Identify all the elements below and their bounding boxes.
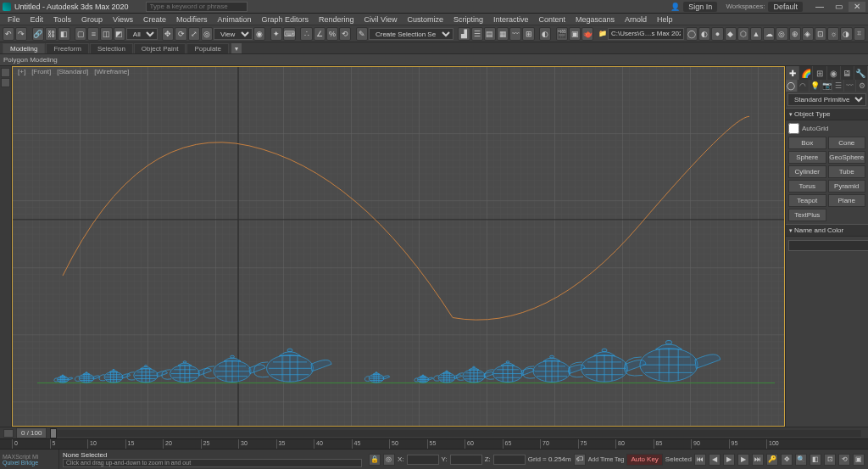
ribbon-tab-object-paint[interactable]: Object Paint [134,43,186,53]
menu-modifiers[interactable]: Modifiers [172,15,212,24]
motion-tab[interactable]: ◉ [827,66,841,80]
lights-subtab[interactable]: 💡 [810,80,821,92]
named-selection-edit-button[interactable]: ✎ [356,27,368,41]
time-slider-thumb[interactable]: 0 / 100 [16,427,47,438]
time-tag-button[interactable]: 🏷 [574,454,586,466]
lock-selection-button[interactable]: 🔒 [369,454,381,466]
menu-scripting[interactable]: Scripting [449,15,487,24]
ref-coord-dropdown[interactable]: View [214,28,253,40]
manipulate-button[interactable]: ✦ [270,27,282,41]
tb-extra-6[interactable]: ▲ [750,27,762,41]
toggle-ribbon-button[interactable]: ▦ [497,27,509,41]
primitive-plane[interactable]: Plane [828,194,866,207]
tb-extra-7[interactable]: ☁ [763,27,775,41]
menu-megascans[interactable]: Megascans [571,15,619,24]
tb-extra-9[interactable]: ⊕ [789,27,801,41]
track-bar[interactable]: 0510152025303540455055606570758085909510… [0,438,868,449]
menu-tools[interactable]: Tools [49,15,75,24]
modify-tab[interactable]: 🌈 [799,66,813,80]
spacewarps-subtab[interactable]: 〰 [844,80,856,92]
autogrid-checkbox[interactable]: AutoGrid [788,123,865,134]
primitive-textplus[interactable]: TextPlus [788,209,826,221]
nav-fov-button[interactable]: ◧ [810,454,821,466]
menu-rendering[interactable]: Rendering [314,15,359,24]
key-mode-button[interactable]: 🔑 [766,454,778,466]
hierarchy-tab[interactable]: ⊞ [813,66,826,80]
primitive-sphere[interactable]: Sphere [788,151,826,164]
unlink-button[interactable]: ⛓ [45,27,57,41]
undo-button[interactable]: ↶ [3,27,14,41]
tb-extra-13[interactable]: ◑ [840,27,852,41]
nav-zoom-extents-button[interactable]: ⊡ [824,454,836,466]
x-coord-field[interactable] [407,455,439,465]
tb-extra-8[interactable]: ◎ [776,27,787,41]
ribbon-tab-freeform[interactable]: Freeform [46,43,88,53]
object-type-rollout[interactable]: Object Type [786,108,868,120]
primitive-tube[interactable]: Tube [828,165,866,178]
utilities-tab[interactable]: 🔧 [854,66,868,80]
align-button[interactable]: ☰ [471,27,483,41]
nav-orbit-button[interactable]: ⟲ [838,454,850,466]
close-button[interactable]: ✕ [849,2,865,12]
nav-max-toggle-button[interactable]: ▣ [853,454,865,466]
schematic-view-button[interactable]: ⊞ [522,27,534,41]
render-setup-button[interactable]: 🎬 [556,27,568,41]
display-tab[interactable]: 🖥 [841,66,854,80]
material-editor-button[interactable]: ◐ [539,27,551,41]
viewport-shading-menu[interactable]: [Standard] [54,68,91,75]
systems-subtab[interactable]: ⚙ [856,80,868,92]
select-region-button[interactable]: ◫ [100,27,112,41]
tb-extra-3[interactable]: ● [711,27,723,41]
geometry-subtab[interactable]: ◯ [786,80,798,92]
viewport-layout-button[interactable] [1,78,10,87]
maximize-button[interactable]: ▭ [830,2,847,12]
play-button[interactable]: ▶ [723,454,735,466]
primitive-pyramid[interactable]: Pyramid [828,180,866,193]
quixel-bridge-link[interactable]: Quixel Bridge [3,460,56,466]
tb-extra-5[interactable]: ⬡ [737,27,749,41]
menu-civil-view[interactable]: Civil View [360,15,402,24]
cameras-subtab[interactable]: 📷 [821,80,833,92]
menu-interactive[interactable]: Interactive [489,15,533,24]
window-crossing-button[interactable]: ◩ [114,27,125,41]
keyboard-shortcut-button[interactable]: ⌨ [283,27,296,41]
spinner-snap-button[interactable]: ⟲ [339,27,351,41]
category-dropdown[interactable]: Standard Primitives [787,93,866,106]
viewport-view-menu[interactable]: [Front] [29,68,53,75]
angle-snap-button[interactable]: ∠ [314,27,326,41]
workspace-dropdown[interactable]: Default [768,2,803,12]
z-coord-field[interactable] [493,455,526,465]
menu-views[interactable]: Views [108,15,137,24]
y-coord-field[interactable] [450,455,482,465]
bind-button[interactable]: ◧ [58,27,70,41]
selection-filter-dropdown[interactable]: All [126,28,158,40]
time-track[interactable] [50,430,861,437]
menu-animation[interactable]: Animation [213,15,255,24]
ribbon-tab-selection[interactable]: Selection [90,43,133,53]
scene-explorer-toggle[interactable] [1,68,10,77]
nav-pan-button[interactable]: ✥ [781,454,793,466]
tb-extra-10[interactable]: ◈ [802,27,814,41]
help-search-input[interactable] [146,2,248,12]
primitive-teapot[interactable]: Teapot [788,194,826,207]
viewport-visual-style-menu[interactable]: [Wireframe] [92,68,131,75]
goto-end-button[interactable]: ⏭ [752,454,764,466]
menu-customize[interactable]: Customize [403,15,448,24]
named-selection-dropdown[interactable]: Create Selection Se [369,28,453,40]
render-button[interactable]: 🫖 [581,27,593,41]
percent-snap-button[interactable]: % [326,27,338,41]
time-config-icon[interactable] [3,429,14,438]
nav-zoom-button[interactable]: 🔍 [795,454,807,466]
menu-content[interactable]: Content [534,15,570,24]
primitive-box[interactable]: Box [788,137,826,149]
pivot-button[interactable]: ◉ [253,27,265,41]
tb-extra-11[interactable]: ⊡ [815,27,826,41]
link-button[interactable]: 🔗 [32,27,44,41]
ribbon-expand-button[interactable]: ▾ [231,43,242,53]
minimize-button[interactable]: — [811,2,828,12]
prev-frame-button[interactable]: ◀ [709,454,721,466]
snap-toggle-button[interactable]: ∴ [300,27,312,41]
viewport-general-menu[interactable]: [+] [15,68,28,75]
time-slider[interactable]: 0 / 100 [0,427,868,438]
tb-extra-12[interactable]: ☼ [827,27,839,41]
